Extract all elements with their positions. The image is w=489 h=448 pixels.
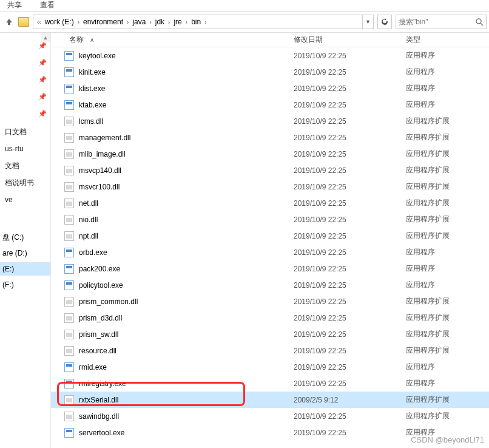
file-name: npt.dll — [79, 232, 98, 240]
breadcrumb-item[interactable]: jre — [171, 18, 184, 26]
file-row[interactable]: policytool.exe2019/10/9 22:25应用程序 — [51, 277, 489, 293]
sidebar-item[interactable]: ve — [0, 193, 50, 206]
file-date: 2019/10/9 22:25 — [294, 68, 406, 76]
file-row[interactable]: pack200.exe2019/10/9 22:25应用程序 — [51, 260, 489, 277]
file-name: nio.dll — [79, 216, 98, 224]
file-date: 2019/10/9 22:25 — [294, 183, 406, 191]
dll-icon — [64, 215, 74, 225]
refresh-button[interactable] — [377, 15, 392, 29]
column-header-name[interactable]: 名称 ∧ — [51, 35, 294, 45]
breadcrumb-item[interactable]: bin — [189, 18, 203, 26]
address-bar: ‹‹work (E:)›environment›java›jdk›jre›bin… — [0, 11, 489, 33]
breadcrumb-item[interactable]: jdk — [153, 18, 167, 26]
chevron-right-icon: › — [203, 19, 207, 25]
svg-point-0 — [476, 19, 481, 24]
file-row[interactable]: rmiregistry.exe2019/10/9 22:25应用程序 — [51, 375, 489, 392]
file-name: lcms.dll — [79, 117, 103, 126]
column-header-name-label: 名称 — [69, 35, 84, 45]
quick-access-pinned[interactable]: 📌 — [0, 73, 50, 86]
file-type: 应用程序扩展 — [406, 411, 489, 421]
file-row[interactable]: mlib_image.dll2019/10/9 22:25应用程序扩展 — [51, 146, 489, 162]
sidebar-item[interactable]: 档说明书 — [0, 176, 50, 189]
quick-access-pinned[interactable]: 📌 — [0, 56, 50, 69]
file-name: prism_d3d.dll — [79, 314, 122, 322]
exe-icon — [64, 379, 74, 389]
file-row[interactable]: net.dll2019/10/9 22:25应用程序扩展 — [51, 195, 489, 211]
file-type: 应用程序扩展 — [406, 313, 489, 323]
exe-icon — [64, 51, 74, 61]
file-name: klist.exe — [79, 84, 105, 93]
pin-icon: 📌 — [38, 76, 47, 84]
file-row[interactable]: lcms.dll2019/10/9 22:25应用程序扩展 — [51, 113, 489, 129]
file-type: 应用程序 — [406, 362, 489, 372]
file-row[interactable]: nio.dll2019/10/9 22:25应用程序扩展 — [51, 211, 489, 228]
sidebar-item[interactable]: us-rtu — [0, 142, 50, 155]
ribbon-tab-view[interactable]: 查看 — [40, 0, 55, 11]
sidebar-drive-label: are (D:) — [2, 249, 27, 257]
pin-icon: 📌 — [38, 110, 47, 118]
file-row[interactable]: prism_sw.dll2019/10/9 22:25应用程序扩展 — [51, 326, 489, 342]
arrow-up-icon — [5, 18, 13, 26]
chevron-left-icon[interactable]: ‹‹ — [36, 19, 42, 25]
breadcrumb-item[interactable]: work (E:) — [42, 18, 76, 26]
sidebar-drive[interactable]: are (D:) — [0, 246, 50, 260]
ribbon-tabs: 共享 查看 — [0, 0, 489, 11]
file-row[interactable]: npt.dll2019/10/9 22:25应用程序扩展 — [51, 228, 489, 244]
dll-icon — [64, 182, 74, 192]
nav-up-button[interactable] — [4, 16, 15, 27]
dll-icon — [64, 149, 74, 159]
file-row[interactable]: msvcp140.dll2019/10/9 22:25应用程序扩展 — [51, 162, 489, 178]
sidebar: ▲ 📌📌📌📌📌 口文档us-rtu文档档说明书ve 盘 (C:)are (D:)… — [0, 33, 51, 448]
file-name: prism_sw.dll — [79, 330, 118, 339]
file-date: 2019/10/9 22:25 — [294, 232, 406, 240]
file-row[interactable]: kinit.exe2019/10/9 22:25应用程序 — [51, 64, 489, 80]
column-header-date[interactable]: 修改日期 — [294, 35, 406, 45]
exe-icon — [64, 264, 74, 274]
exe-icon — [64, 280, 74, 290]
chevron-right-icon: › — [76, 19, 81, 25]
file-name: rxtxSerial.dll — [79, 396, 118, 404]
dll-icon — [64, 297, 74, 307]
file-type: 应用程序扩展 — [406, 132, 489, 143]
file-row[interactable]: rxtxSerial.dll2009/2/5 9:12应用程序扩展 — [51, 392, 489, 408]
file-row[interactable]: management.dll2019/10/9 22:25应用程序扩展 — [51, 129, 489, 146]
breadcrumb-item[interactable]: java — [130, 18, 148, 26]
file-row[interactable]: prism_common.dll2019/10/9 22:25应用程序扩展 — [51, 293, 489, 310]
file-type: 应用程序扩展 — [406, 296, 489, 307]
ribbon-tab-share[interactable]: 共享 — [7, 0, 22, 11]
file-row[interactable]: sawindbg.dll2019/10/9 22:25应用程序扩展 — [51, 408, 489, 424]
file-row[interactable]: resource.dll2019/10/9 22:25应用程序扩展 — [51, 342, 489, 359]
file-date: 2019/10/9 22:25 — [294, 166, 406, 175]
sidebar-scroll-up[interactable]: ▲ — [41, 33, 50, 42]
breadcrumb[interactable]: ‹‹work (E:)›environment›java›jdk›jre›bin… — [33, 15, 363, 29]
file-type: 应用程序 — [406, 280, 489, 290]
file-row[interactable]: prism_d3d.dll2019/10/9 22:25应用程序扩展 — [51, 310, 489, 326]
quick-access-pinned[interactable]: 📌 — [0, 107, 50, 120]
file-row[interactable]: keytool.exe2019/10/9 22:25应用程序 — [51, 47, 489, 64]
sidebar-item[interactable]: 文档 — [0, 159, 50, 172]
sidebar-drive[interactable]: 盘 (C:) — [0, 231, 50, 244]
file-row[interactable]: msvcr100.dll2019/10/9 22:25应用程序扩展 — [51, 178, 489, 195]
quick-access-pinned[interactable]: 📌 — [0, 90, 50, 103]
chevron-right-icon: › — [184, 19, 189, 25]
column-header-type[interactable]: 类型 — [406, 35, 489, 45]
search-input[interactable]: 搜索"bin" — [396, 15, 487, 29]
file-row[interactable]: rmid.exe2019/10/9 22:25应用程序 — [51, 359, 489, 375]
file-row[interactable]: klist.exe2019/10/9 22:25应用程序 — [51, 80, 489, 97]
file-row[interactable]: orbd.exe2019/10/9 22:25应用程序 — [51, 244, 489, 260]
breadcrumb-item[interactable]: environment — [81, 18, 126, 26]
dll-icon — [64, 395, 74, 405]
file-name: msvcr100.dll — [79, 183, 120, 191]
file-name: orbd.exe — [79, 248, 107, 257]
file-type: 应用程序 — [406, 83, 489, 93]
file-type: 应用程序扩展 — [406, 231, 489, 241]
history-dropdown[interactable]: ▼ — [363, 15, 374, 29]
file-row[interactable]: ktab.exe2019/10/9 22:25应用程序 — [51, 97, 489, 113]
sidebar-drive[interactable]: (E:) — [0, 262, 50, 276]
dll-icon — [64, 231, 74, 241]
sidebar-drive[interactable]: (F:) — [0, 278, 50, 291]
sidebar-item[interactable]: 口文档 — [0, 125, 50, 138]
sidebar-item-label: 口文档 — [5, 127, 27, 137]
svg-line-1 — [481, 23, 483, 25]
exe-icon — [64, 362, 74, 372]
